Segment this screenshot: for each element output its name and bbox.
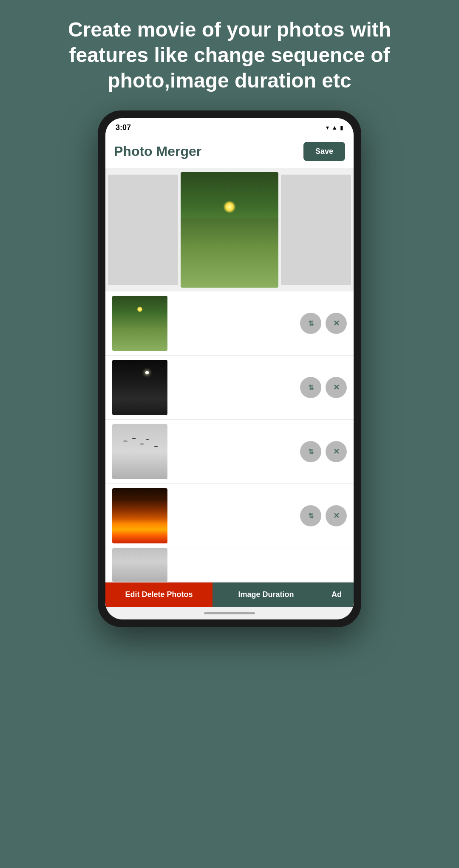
image-duration-button[interactable]: Image Duration (212, 582, 320, 607)
park-scene-preview (181, 172, 279, 288)
photo-thumb-4 (112, 488, 167, 543)
photo-list: ⇅ ✕ ⇅ ✕ (105, 291, 354, 582)
photo-item-2: ⇅ ✕ (105, 356, 354, 420)
preview-right (281, 175, 351, 285)
photo-item-3: ⇅ ✕ (105, 420, 354, 484)
photo-thumb-2 (112, 360, 167, 415)
status-icons: ▾ ▲ ▮ (326, 124, 343, 131)
thumb-last-image (112, 548, 167, 582)
add-button[interactable]: Ad (320, 582, 354, 607)
signal-icon: ▲ (332, 124, 337, 131)
photo-thumb-5 (112, 548, 167, 582)
status-bar: 3:07 ▾ ▲ ▮ (105, 118, 354, 135)
thumb-birds-image (112, 424, 167, 479)
action-buttons-4: ⇅ ✕ (300, 505, 347, 526)
remove-button-2[interactable]: ✕ (326, 377, 347, 398)
phone-screen: 3:07 ▾ ▲ ▮ Photo Merger Save (105, 118, 354, 619)
reorder-button-2[interactable]: ⇅ (300, 377, 321, 398)
action-buttons-3: ⇅ ✕ (300, 441, 347, 462)
edit-delete-button[interactable]: Edit Delete Photos (105, 582, 212, 607)
action-buttons-2: ⇅ ✕ (300, 377, 347, 398)
remove-button-4[interactable]: ✕ (326, 505, 347, 526)
photo-thumb-1 (112, 296, 167, 351)
bottom-toolbar: Edit Delete Photos Image Duration Ad (105, 582, 354, 607)
phone-frame: 3:07 ▾ ▲ ▮ Photo Merger Save (98, 110, 361, 627)
remove-button-3[interactable]: ✕ (326, 441, 347, 462)
battery-icon: ▮ (340, 124, 343, 131)
home-bar (204, 612, 255, 614)
photo-item-1: ⇅ ✕ (105, 291, 354, 356)
remove-button-1[interactable]: ✕ (326, 313, 347, 334)
thumb-sunset-image (112, 488, 167, 543)
app-title: Photo Merger (114, 144, 201, 159)
photo-thumb-3 (112, 424, 167, 479)
wifi-icon: ▾ (326, 124, 329, 131)
preview-carousel (105, 168, 354, 291)
photo-item-5 (105, 548, 354, 582)
reorder-button-3[interactable]: ⇅ (300, 441, 321, 462)
reorder-button-1[interactable]: ⇅ (300, 313, 321, 334)
home-indicator (105, 607, 354, 619)
headline-text: Create movie of your photos with feature… (0, 17, 459, 110)
photo-item-4: ⇅ ✕ (105, 484, 354, 548)
thumb-park-image (112, 296, 167, 351)
action-buttons-1: ⇅ ✕ (300, 313, 347, 334)
sun-glow (223, 201, 236, 213)
thumb-dark-image (112, 360, 167, 415)
save-button[interactable]: Save (303, 142, 345, 161)
reorder-button-4[interactable]: ⇅ (300, 505, 321, 526)
preview-left (108, 175, 178, 285)
app-header: Photo Merger Save (105, 135, 354, 168)
status-time: 3:07 (116, 123, 131, 132)
preview-main (181, 172, 279, 288)
